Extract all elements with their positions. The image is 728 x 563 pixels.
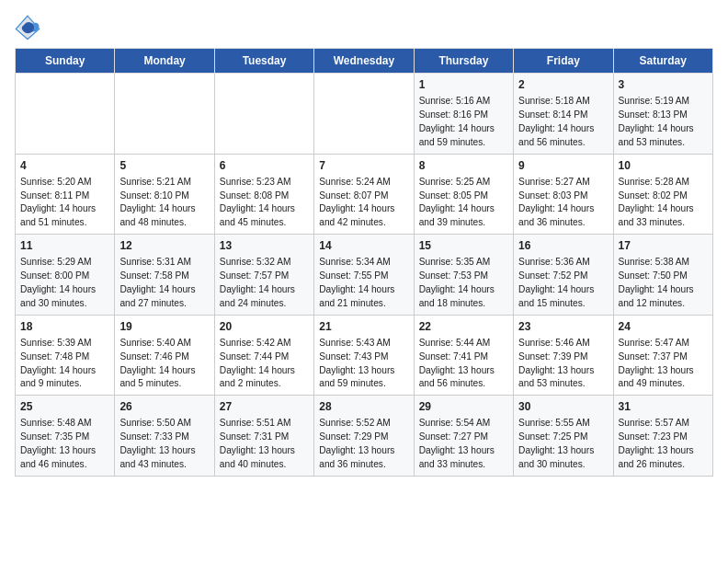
calendar-cell: 16Sunrise: 5:36 AMSunset: 7:52 PMDayligh… bbox=[514, 235, 613, 316]
day-info: Daylight: 14 hours bbox=[619, 283, 708, 297]
day-info: Sunrise: 5:57 AM bbox=[619, 417, 708, 431]
day-info: Daylight: 14 hours bbox=[119, 283, 209, 297]
week-row-2: 4Sunrise: 5:20 AMSunset: 8:11 PMDaylight… bbox=[16, 154, 713, 235]
day-info: and 46 minutes. bbox=[20, 458, 109, 472]
day-info: Sunrise: 5:20 AM bbox=[20, 176, 109, 190]
calendar-cell: 26Sunrise: 5:50 AMSunset: 7:33 PMDayligh… bbox=[115, 396, 214, 477]
calendar-cell: 17Sunrise: 5:38 AMSunset: 7:50 PMDayligh… bbox=[613, 235, 712, 316]
day-info: Sunset: 7:23 PM bbox=[619, 431, 708, 444]
day-info: and 56 minutes. bbox=[419, 377, 508, 391]
day-info: Sunset: 7:46 PM bbox=[119, 350, 209, 364]
day-number: 19 bbox=[119, 319, 209, 335]
day-info: Sunset: 7:33 PM bbox=[119, 431, 209, 444]
day-number: 14 bbox=[319, 238, 408, 254]
day-info: Sunrise: 5:29 AM bbox=[20, 256, 109, 270]
day-info: Sunset: 7:37 PM bbox=[619, 350, 708, 364]
day-info: Sunset: 8:16 PM bbox=[419, 109, 508, 122]
day-info: Sunset: 8:07 PM bbox=[319, 190, 408, 203]
day-info: Daylight: 14 hours bbox=[119, 364, 209, 378]
calendar-cell: 13Sunrise: 5:32 AMSunset: 7:57 PMDayligh… bbox=[214, 235, 313, 316]
day-info: and 9 minutes. bbox=[20, 377, 109, 391]
day-info: and 39 minutes. bbox=[419, 216, 508, 230]
calendar-cell: 19Sunrise: 5:40 AMSunset: 7:46 PMDayligh… bbox=[115, 315, 214, 396]
day-info: Sunset: 7:41 PM bbox=[419, 350, 508, 364]
day-info: and 21 minutes. bbox=[319, 297, 408, 311]
day-info: Daylight: 14 hours bbox=[619, 122, 708, 136]
day-info: Sunrise: 5:19 AM bbox=[619, 95, 708, 109]
day-info: Sunrise: 5:51 AM bbox=[220, 417, 309, 431]
day-info: Sunset: 8:14 PM bbox=[518, 109, 608, 122]
calendar-cell bbox=[214, 74, 313, 155]
day-info: and 33 minutes. bbox=[619, 216, 708, 230]
day-info: and 2 minutes. bbox=[220, 377, 309, 391]
calendar-cell: 20Sunrise: 5:42 AMSunset: 7:44 PMDayligh… bbox=[214, 315, 313, 396]
day-info: Daylight: 13 hours bbox=[619, 364, 708, 378]
day-number: 16 bbox=[518, 238, 608, 254]
day-info: and 45 minutes. bbox=[220, 216, 309, 230]
day-number: 5 bbox=[119, 158, 209, 174]
day-number: 15 bbox=[419, 238, 508, 254]
day-number: 1 bbox=[419, 77, 508, 93]
day-number: 24 bbox=[619, 319, 708, 335]
day-info: Sunset: 8:13 PM bbox=[619, 109, 708, 122]
day-info: Sunrise: 5:31 AM bbox=[119, 256, 209, 270]
day-info: Daylight: 14 hours bbox=[419, 283, 508, 297]
calendar-cell: 5Sunrise: 5:21 AMSunset: 8:10 PMDaylight… bbox=[115, 154, 214, 235]
calendar-cell: 11Sunrise: 5:29 AMSunset: 8:00 PMDayligh… bbox=[16, 235, 115, 316]
day-info: Sunset: 8:00 PM bbox=[20, 270, 109, 283]
day-info: Sunset: 7:43 PM bbox=[319, 350, 408, 364]
day-info: Sunset: 7:25 PM bbox=[518, 431, 608, 444]
day-info: and 53 minutes. bbox=[619, 136, 708, 150]
day-info: Daylight: 14 hours bbox=[518, 283, 608, 297]
day-info: Sunset: 8:05 PM bbox=[419, 190, 508, 203]
day-info: Daylight: 13 hours bbox=[20, 444, 109, 458]
day-header-tuesday: Tuesday bbox=[214, 49, 313, 74]
day-header-saturday: Saturday bbox=[613, 49, 712, 74]
day-number: 28 bbox=[319, 399, 408, 415]
day-info: Sunrise: 5:35 AM bbox=[419, 256, 508, 270]
day-info: Sunset: 7:35 PM bbox=[20, 431, 109, 444]
day-number: 2 bbox=[518, 77, 608, 93]
day-info: Sunset: 7:44 PM bbox=[220, 350, 309, 364]
day-info: Sunset: 7:48 PM bbox=[20, 350, 109, 364]
day-number: 8 bbox=[419, 158, 508, 174]
day-number: 9 bbox=[518, 158, 608, 174]
calendar-cell: 21Sunrise: 5:43 AMSunset: 7:43 PMDayligh… bbox=[314, 315, 414, 396]
day-number: 26 bbox=[119, 399, 209, 415]
day-info: Sunrise: 5:39 AM bbox=[20, 337, 109, 350]
day-info: and 18 minutes. bbox=[419, 297, 508, 311]
day-header-monday: Monday bbox=[115, 49, 214, 74]
day-info: and 56 minutes. bbox=[518, 136, 608, 150]
day-info: and 59 minutes. bbox=[319, 377, 408, 391]
day-info: Daylight: 14 hours bbox=[220, 202, 309, 216]
day-number: 29 bbox=[419, 399, 508, 415]
day-info: Daylight: 13 hours bbox=[518, 444, 608, 458]
day-info: and 51 minutes. bbox=[20, 216, 109, 230]
day-info: and 40 minutes. bbox=[220, 458, 309, 472]
day-number: 31 bbox=[619, 399, 708, 415]
day-info: Daylight: 13 hours bbox=[119, 444, 209, 458]
calendar-cell bbox=[314, 74, 414, 155]
day-info: Sunrise: 5:43 AM bbox=[319, 337, 408, 350]
day-info: Sunset: 8:03 PM bbox=[518, 190, 608, 203]
day-info: Daylight: 13 hours bbox=[619, 444, 708, 458]
calendar-cell: 7Sunrise: 5:24 AMSunset: 8:07 PMDaylight… bbox=[314, 154, 414, 235]
calendar-cell: 9Sunrise: 5:27 AMSunset: 8:03 PMDaylight… bbox=[514, 154, 613, 235]
day-info: Sunset: 8:11 PM bbox=[20, 190, 109, 203]
day-info: Sunset: 7:31 PM bbox=[220, 431, 309, 444]
day-number: 20 bbox=[220, 319, 309, 335]
calendar-cell: 1Sunrise: 5:16 AMSunset: 8:16 PMDaylight… bbox=[414, 74, 513, 155]
day-number: 6 bbox=[220, 158, 309, 174]
calendar-cell: 29Sunrise: 5:54 AMSunset: 7:27 PMDayligh… bbox=[414, 396, 513, 477]
day-info: Sunrise: 5:48 AM bbox=[20, 417, 109, 431]
day-info: Daylight: 13 hours bbox=[419, 364, 508, 378]
day-info: Sunrise: 5:32 AM bbox=[220, 256, 309, 270]
day-info: Sunrise: 5:46 AM bbox=[518, 337, 608, 350]
day-info: Sunrise: 5:23 AM bbox=[220, 176, 309, 190]
day-info: Sunset: 7:53 PM bbox=[419, 270, 508, 283]
day-info: Sunrise: 5:34 AM bbox=[319, 256, 408, 270]
day-info: and 12 minutes. bbox=[619, 297, 708, 311]
calendar-cell: 23Sunrise: 5:46 AMSunset: 7:39 PMDayligh… bbox=[514, 315, 613, 396]
day-info: Daylight: 13 hours bbox=[319, 444, 408, 458]
week-row-4: 18Sunrise: 5:39 AMSunset: 7:48 PMDayligh… bbox=[16, 315, 713, 396]
